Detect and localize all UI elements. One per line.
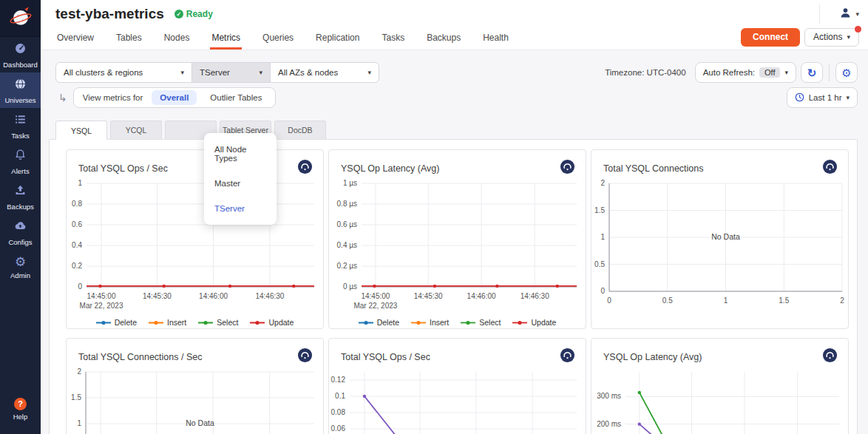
- backups-upload-icon: [13, 183, 27, 200]
- chart-card-header: Total YSQL Ops / Sec: [329, 339, 586, 367]
- svg-text:0.06: 0.06: [331, 424, 346, 433]
- legend-item-insert[interactable]: Insert: [149, 318, 186, 327]
- chevron-down-icon: ▾: [846, 94, 850, 101]
- status-badge: ✓ Ready: [174, 9, 213, 19]
- view-metrics-label: View metrics for: [83, 93, 143, 102]
- sidebar-item-dashboard[interactable]: Dashboard: [0, 37, 41, 72]
- tab-health[interactable]: Health: [481, 28, 510, 50]
- sidebar-item-alerts[interactable]: Alerts: [0, 143, 41, 179]
- metrics-content: All clusters & regions ▾ TServer ▾ All A…: [41, 50, 868, 434]
- svg-text:2: 2: [600, 179, 605, 187]
- metrics-settings-button[interactable]: ⚙: [835, 62, 858, 83]
- legend-item-select[interactable]: Select: [461, 318, 501, 327]
- no-data-label: No Data: [711, 232, 740, 241]
- menu-item-master[interactable]: Master: [204, 171, 277, 196]
- tab-backups[interactable]: Backups: [425, 28, 462, 50]
- yugabyte-logo-icon[interactable]: [822, 347, 838, 366]
- chart-card-total-ysql-ops-sec: Total YSQL Ops / Sec00.020.040.060.080.1…: [328, 338, 586, 434]
- chart-title: Total YSQL Connections: [603, 163, 704, 174]
- chevron-down-icon: ▾: [855, 10, 859, 18]
- legend-item-select[interactable]: Select: [198, 318, 238, 327]
- auto-refresh-dropdown[interactable]: Auto Refresh: Off ▾: [695, 62, 796, 83]
- chart-legend: DeleteInsertSelectUpdate: [67, 318, 323, 327]
- menu-item-all-node-types[interactable]: All Node Types: [204, 137, 277, 171]
- tab-nodes[interactable]: Nodes: [163, 28, 191, 50]
- yugabyte-logo-icon[interactable]: [297, 347, 313, 366]
- sidebar-item-tasks[interactable]: Tasks: [0, 108, 41, 143]
- sidebar-item-help[interactable]: ? Help: [0, 391, 41, 427]
- sidebar-item-backups[interactable]: Backups: [0, 179, 41, 214]
- branch-arrow-icon: ↳: [58, 92, 67, 104]
- node-type-dropdown[interactable]: TServer ▾: [191, 62, 271, 83]
- chart-grid: Total YSQL Ops / Sec00.20.40.60.8114:45:…: [50, 140, 857, 434]
- yugabyte-logo[interactable]: [0, 0, 41, 37]
- actions-button[interactable]: Actions ▾: [804, 28, 859, 47]
- metric-tab-ycql[interactable]: YCQL: [110, 121, 162, 139]
- svg-text:0.6: 0.6: [72, 220, 82, 228]
- sidebar-item-label: Configs: [8, 238, 32, 246]
- view-metrics-outlier-tables[interactable]: Outlier Tables: [206, 90, 266, 105]
- view-metrics-overall[interactable]: Overall: [152, 90, 197, 105]
- tab-tasks[interactable]: Tasks: [380, 28, 406, 50]
- metric-tab-docdb[interactable]: DocDB: [274, 121, 326, 139]
- svg-text:200 ms: 200 ms: [597, 420, 621, 428]
- svg-text:14:45:00: 14:45:00: [87, 292, 116, 300]
- svg-text:0.8: 0.8: [72, 200, 82, 208]
- menu-item-tserver[interactable]: TServer: [204, 196, 277, 221]
- legend-item-insert[interactable]: Insert: [411, 318, 449, 327]
- yugabyte-logo-icon[interactable]: [560, 159, 575, 177]
- sidebar-item-universes[interactable]: Universes: [0, 72, 41, 108]
- sidebar-item-configs[interactable]: Configs: [0, 214, 41, 250]
- sidebar-item-admin[interactable]: ⚙Admin: [0, 250, 41, 285]
- legend-item-delete[interactable]: Delete: [359, 318, 399, 327]
- svg-text:1: 1: [78, 179, 82, 187]
- svg-text:0.6 µs: 0.6 µs: [337, 220, 357, 228]
- user-icon: [839, 7, 852, 22]
- svg-text:1.5: 1.5: [779, 296, 789, 305]
- configs-cloud-icon: [13, 219, 27, 236]
- user-menu[interactable]: ▾: [839, 7, 859, 22]
- series-update: [640, 424, 702, 434]
- chevron-down-icon: ▾: [367, 69, 371, 76]
- app-root: DashboardUniversesTasksAlertsBackupsConf…: [0, 0, 868, 434]
- yugabyte-logo-icon[interactable]: [822, 159, 838, 177]
- tab-metrics[interactable]: Metrics: [210, 28, 242, 50]
- svg-text:2: 2: [77, 367, 81, 376]
- legend-item-delete[interactable]: Delete: [96, 318, 137, 327]
- node-type-menu: All Node TypesMasterTServer: [204, 133, 277, 225]
- svg-text:300 ms: 300 ms: [597, 392, 621, 400]
- tab-queries[interactable]: Queries: [261, 28, 295, 50]
- tab-overview[interactable]: Overview: [55, 28, 95, 50]
- svg-text:14:46:00: 14:46:00: [199, 292, 228, 300]
- svg-text:0.12: 0.12: [331, 376, 346, 384]
- sidebar-item-label: Admin: [10, 271, 30, 279]
- view-metrics-group: View metrics for Overall Outlier Tables: [73, 87, 277, 108]
- sidebar-item-label: Universes: [4, 96, 35, 104]
- admin-gear-icon: ⚙: [15, 256, 26, 269]
- svg-text:0.5: 0.5: [662, 296, 673, 305]
- clusters-regions-dropdown[interactable]: All clusters & regions ▾: [55, 62, 192, 83]
- chart-title: YSQL Op Latency (Avg): [603, 352, 702, 362]
- refresh-button[interactable]: ↻: [801, 62, 823, 83]
- alerts-bell-icon: [13, 148, 27, 165]
- connect-button[interactable]: Connect: [741, 28, 800, 47]
- svg-text:Mar 22, 2023: Mar 22, 2023: [80, 302, 123, 310]
- legend-item-update[interactable]: Update: [250, 318, 294, 327]
- sidebar-item-label: Help: [13, 413, 28, 421]
- tab-tables[interactable]: Tables: [115, 28, 143, 50]
- yugabyte-logo-icon[interactable]: [297, 159, 313, 177]
- tab-replication[interactable]: Replication: [314, 28, 361, 50]
- chart-title: Total YSQL Ops / Sec: [78, 163, 168, 174]
- toolbar-divider: [829, 64, 830, 81]
- chart-title: Total YSQL Ops / Sec: [341, 352, 430, 362]
- universe-globe-icon: [13, 77, 27, 94]
- time-range-dropdown[interactable]: Last 1 hr ▾: [787, 87, 858, 108]
- metric-tab-ysql[interactable]: YSQL: [55, 121, 107, 140]
- chart-card-ysql-op-latency-avg: YSQL Op Latency (Avg)0 µs0.2 µs0.4 µs0.6…: [328, 149, 586, 329]
- svg-text:1 µs: 1 µs: [343, 179, 357, 187]
- tasks-list-icon: [13, 112, 27, 129]
- yugabyte-logo-icon[interactable]: [560, 347, 575, 366]
- chart-plot: 100 ms200 ms300 ms: [591, 367, 848, 434]
- legend-item-update[interactable]: Update: [512, 318, 556, 327]
- az-nodes-dropdown[interactable]: All AZs & nodes ▾: [270, 62, 379, 83]
